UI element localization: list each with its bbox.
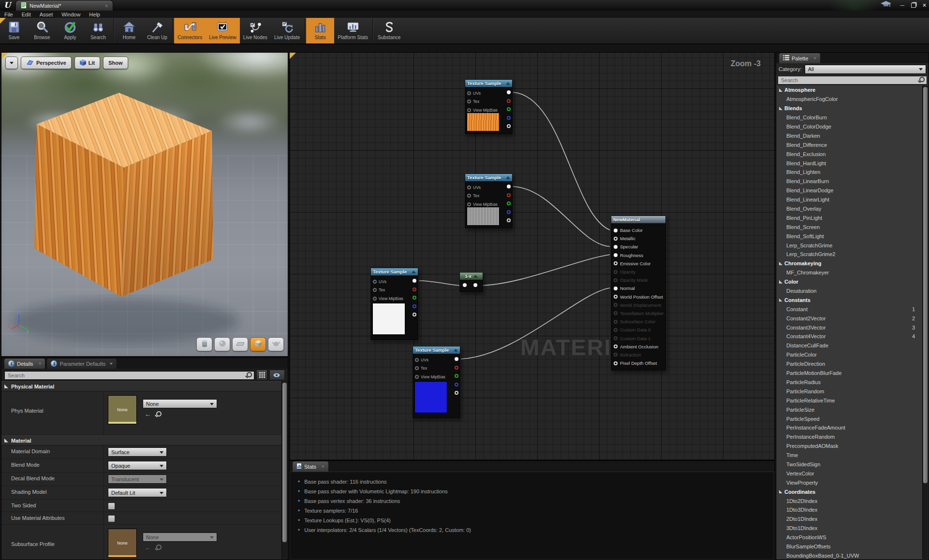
palette-item-particledirection[interactable]: ParticleDirection [777, 359, 923, 369]
palette-item-1dto2dindex[interactable]: 1Dto2DIndex [777, 496, 923, 505]
viewport-shape-plane-button[interactable] [232, 337, 248, 351]
restore-button[interactable] [911, 3, 916, 8]
output-pin-a[interactable] [507, 218, 511, 222]
node-texture-sample-1[interactable]: Texture SampleUVsTexView MipBias [465, 79, 513, 134]
stats-tab-close-icon[interactable]: × [322, 464, 324, 469]
output-pin-b[interactable] [507, 210, 511, 214]
palette-item-blend-softlight[interactable]: Blend_SoftLight [777, 231, 923, 241]
toolbar-live-preview-button[interactable]: Live Preview [206, 18, 240, 43]
material-pin-tessellation-multiplier[interactable] [614, 311, 618, 315]
palette-item-blursampleoffsets[interactable]: BlurSampleOffsets [777, 542, 923, 551]
output-pin-a[interactable] [413, 313, 416, 316]
viewport-shape-cylinder-button[interactable] [196, 337, 212, 351]
input-pin-view-mipbias[interactable] [373, 297, 377, 301]
collapse-arrow-icon[interactable] [473, 275, 478, 278]
viewport-shape-cube-button[interactable] [250, 337, 266, 351]
palette-item-blend-colordodge[interactable]: Blend_ColorDodge [777, 122, 923, 131]
toolbar-substance-button[interactable]: Substance [374, 18, 404, 43]
toolbar-stats-button[interactable]: Stats [306, 18, 334, 43]
node-new-material[interactable]: NewMaterialBase ColorMetallicSpecularRou… [611, 215, 666, 371]
palette-item-3dto1dindex[interactable]: 3Dto1DIndex [777, 524, 923, 533]
section-header-material[interactable]: Material [1, 435, 282, 445]
menu-help[interactable]: Help [85, 11, 104, 18]
details-tab-close-icon[interactable]: × [39, 361, 42, 366]
menu-window[interactable]: Window [57, 11, 85, 18]
asset-document-tab[interactable]: NewMaterial* × [15, 0, 113, 11]
input-pin[interactable] [463, 283, 467, 287]
palette-item-blend-screen[interactable]: Blend_Screen [777, 222, 923, 231]
node-texture-sample-3[interactable]: Texture SampleUVsTexView MipBias [370, 268, 418, 340]
output-pin-r[interactable] [455, 366, 458, 370]
input-pin-tex[interactable] [467, 194, 471, 198]
palette-item-lerp-scratchgrime2[interactable]: Lerp_ScratchGrime2 [777, 250, 923, 259]
palette-item-particleradius[interactable]: ParticleRadius [777, 378, 923, 387]
palette-item-particlecolor[interactable]: ParticleColor [777, 350, 923, 359]
node-texture-sample-4[interactable]: Texture SampleUVsTexView MipBias [413, 346, 460, 418]
material-pin-normal[interactable] [614, 287, 618, 290]
palette-item-1dto3dindex[interactable]: 1Dto3DIndex [777, 505, 923, 515]
minimize-button[interactable]: ─ [900, 2, 904, 9]
palette-item-lerp-scratchgrime[interactable]: Lerp_ScratchGrime [777, 241, 923, 250]
palette-item-particlespeed[interactable]: ParticleSpeed [777, 414, 923, 423]
palette-item-atmosphericfogcolor[interactable]: AtmosphericFogColor [777, 95, 923, 104]
two-sided-checkbox[interactable] [108, 503, 115, 510]
phys-material-asset-dropdown[interactable]: None [143, 399, 217, 408]
tab-details[interactable]: i Details× [4, 358, 45, 369]
blend-mode-dropdown[interactable]: Opaque [108, 461, 167, 470]
palette-item-desaturation[interactable]: Desaturation [777, 287, 923, 296]
output-pin-r[interactable] [507, 99, 511, 103]
palette-category-coordinates[interactable]: Coordinates [777, 487, 923, 496]
material-domain-dropdown[interactable]: Surface [108, 447, 167, 457]
output-pin-a[interactable] [455, 391, 458, 395]
toolbar-platform-stats-button[interactable]: Platform Stats [334, 18, 371, 43]
palette-item-blend-darken[interactable]: Blend_Darken [777, 131, 923, 140]
palette-item-blend-linearlight[interactable]: Blend_LinearLight [777, 195, 923, 204]
shading-model-dropdown[interactable]: Default Lit [108, 488, 167, 497]
palette-item-blend-pinlight[interactable]: Blend_PinLight [777, 213, 923, 222]
output-pin-rgb[interactable] [507, 185, 511, 188]
close-button[interactable]: × [923, 2, 926, 9]
material-pin-refraction[interactable] [614, 353, 618, 357]
palette-item-blend-difference[interactable]: Blend_Difference [777, 140, 923, 149]
property-matrix-button[interactable] [256, 370, 267, 380]
viewport-shape-teapot-button[interactable] [268, 337, 284, 351]
palette-item-time[interactable]: Time [777, 451, 923, 460]
viewport-perspective-button[interactable]: Perspective [21, 57, 72, 69]
input-pin-uvs[interactable] [467, 91, 471, 95]
collapse-arrow-icon[interactable] [506, 176, 510, 179]
collapse-arrow-icon[interactable] [506, 82, 510, 85]
palette-item-blend-hardlight[interactable]: Blend_HardLight [777, 158, 923, 168]
display-filter-eye-button[interactable] [269, 370, 285, 380]
palette-category-color[interactable]: Color [777, 277, 923, 287]
output-pin-rgb[interactable] [455, 357, 458, 361]
palette-item-blend-lineardodge[interactable]: Blend_LinearDodge [777, 186, 923, 195]
toolbar-home-button[interactable]: Home [115, 18, 143, 43]
toolbar-search-button[interactable]: Search [84, 18, 112, 43]
output-pin-b[interactable] [455, 383, 458, 387]
material-pin-base-color[interactable] [614, 229, 618, 232]
palette-item-vertexcolor[interactable]: VertexColor [777, 469, 923, 478]
palette-item-precomputedaomask[interactable]: PrecomputedAOMask [777, 442, 923, 451]
output-pin-a[interactable] [507, 124, 511, 128]
palette-item-constant[interactable]: Constant1 [777, 304, 923, 314]
palette-item-blend-colorburn[interactable]: Blend_ColorBurn [777, 113, 923, 122]
menu-edit[interactable]: Edit [17, 11, 35, 18]
use-selected-asset-icon[interactable]: ← [145, 545, 151, 550]
material-pin-world-position-offset[interactable] [614, 295, 618, 299]
output-pin-g[interactable] [507, 107, 511, 111]
output-pin-b[interactable] [413, 304, 416, 308]
output-pin-r[interactable] [413, 287, 416, 291]
input-pin-uvs[interactable] [467, 186, 471, 189]
palette-item-viewproperty[interactable]: ViewProperty [777, 478, 923, 487]
material-pin-pixel-depth-offset[interactable] [614, 361, 618, 365]
output-pin-r[interactable] [507, 193, 511, 197]
menu-file[interactable]: File [0, 11, 17, 18]
input-pin-tex[interactable] [373, 288, 377, 292]
palette-item-perinstancerandom[interactable]: PerInstanceRandom [777, 432, 923, 442]
output-pin[interactable] [473, 283, 477, 287]
collapse-arrow-icon[interactable] [412, 271, 416, 273]
palette-item-twosidedsign[interactable]: TwoSidedSign [777, 460, 923, 469]
details-scrollbar-thumb[interactable] [282, 383, 287, 542]
output-pin-g[interactable] [455, 374, 458, 378]
toolbar-live-update-button[interactable]: Live Update [271, 18, 303, 43]
